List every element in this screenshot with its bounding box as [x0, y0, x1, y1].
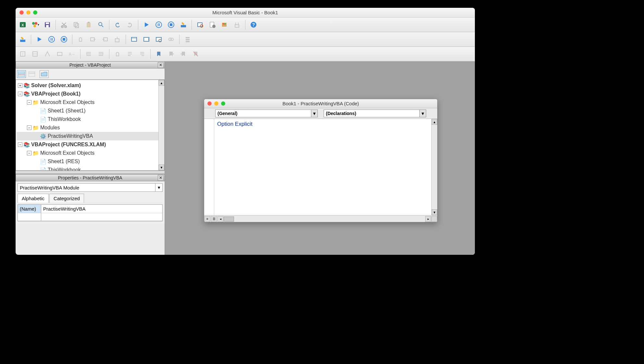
properties-object-combo[interactable]: PractiseWritingVBA Module ▾: [18, 183, 163, 192]
scroll-right-icon[interactable]: ▸: [425, 216, 431, 222]
quick-watch-icon[interactable]: [166, 34, 176, 45]
toggle-breakpoint-icon[interactable]: [112, 49, 123, 59]
chevron-down-icon[interactable]: ▾: [155, 184, 162, 191]
scroll-up-icon[interactable]: ▲: [432, 119, 437, 125]
pause2-icon[interactable]: [46, 34, 57, 45]
pause-icon[interactable]: [154, 20, 164, 30]
view-code-icon[interactable]: [17, 70, 26, 78]
scrollbar[interactable]: ▲ ▼: [431, 119, 437, 215]
maximize-window-icon[interactable]: [33, 10, 37, 15]
tree-item-solver[interactable]: Solver (Solver.xlam): [31, 83, 81, 88]
project-explorer-icon[interactable]: [195, 20, 205, 30]
find-icon[interactable]: [96, 20, 106, 30]
object-combo[interactable]: (General) ▾: [215, 110, 318, 117]
cut-icon[interactable]: [59, 20, 69, 30]
properties-window-icon[interactable]: [207, 20, 217, 30]
watch-window-icon[interactable]: [154, 34, 164, 45]
tree-item-book1[interactable]: VBAProject (Book1): [31, 91, 80, 97]
stop2-icon[interactable]: [59, 34, 69, 45]
excel-icon[interactable]: X: [18, 20, 28, 30]
full-module-view-icon[interactable]: ☰: [211, 216, 217, 222]
tree-item-excel-objects[interactable]: Microsoft Excel Objects: [40, 99, 94, 105]
toggle-folders-icon[interactable]: [40, 70, 49, 78]
quick-info-icon[interactable]: [42, 49, 53, 59]
list-constants-icon[interactable]: [30, 49, 40, 59]
design-mode-icon[interactable]: [178, 20, 189, 30]
chevron-down-icon[interactable]: ▾: [311, 110, 317, 117]
tree-item-sheet1res[interactable]: Sheet1 (RES): [48, 159, 80, 164]
property-value[interactable]: PractiseWritingVBA: [41, 205, 162, 213]
property-row[interactable]: (Name) PractiseWritingVBA: [18, 205, 162, 213]
copy-icon[interactable]: [71, 20, 81, 30]
uncomment-block-icon[interactable]: [137, 49, 147, 59]
redo-icon[interactable]: [125, 20, 135, 30]
step-out-icon[interactable]: [112, 34, 123, 45]
tree-item-excel-objects2[interactable]: Microsoft Excel Objects: [40, 150, 94, 156]
tree-item-thisworkbook2[interactable]: ThisWorkbook: [48, 167, 81, 171]
hscroll-thumb[interactable]: [224, 216, 234, 222]
tree-item-module1[interactable]: PractiseWritingVBA: [48, 133, 93, 139]
tree-item-funcres[interactable]: VBAProject (FUNCRES.XLAM): [31, 142, 106, 148]
save-icon[interactable]: [42, 20, 53, 30]
stop-icon[interactable]: [166, 20, 176, 30]
clear-bookmarks-icon[interactable]: [191, 49, 201, 59]
minimize-window-icon[interactable]: [26, 10, 31, 15]
tree-item-sheet1[interactable]: Sheet1 (Sheet1): [48, 108, 86, 114]
tree-item-thisworkbook[interactable]: ThisWorkbook: [48, 116, 81, 122]
close-window-icon[interactable]: [19, 10, 24, 15]
object-browser-icon[interactable]: [219, 20, 230, 30]
horizontal-splitter[interactable]: [16, 171, 165, 174]
step-over-icon[interactable]: [100, 34, 110, 45]
resize-grip[interactable]: [431, 216, 437, 222]
run2-icon[interactable]: [34, 34, 44, 45]
code-window-titlebar[interactable]: Book1 - PractiseWritingVBA (Code): [204, 99, 437, 108]
indent-icon[interactable]: [83, 49, 94, 59]
paste-icon[interactable]: [83, 20, 94, 30]
minimize-window-icon[interactable]: [214, 101, 218, 106]
call-stack-icon[interactable]: [182, 34, 193, 45]
list-props-icon[interactable]: [18, 49, 28, 59]
insert-module-icon[interactable]: ▾: [30, 20, 40, 30]
scroll-down-icon[interactable]: ▼: [159, 164, 164, 170]
breakpoint-hand-icon[interactable]: [75, 34, 86, 45]
immediate-window-icon[interactable]: !: [141, 34, 152, 45]
procedure-combo[interactable]: (Declarations) ▾: [324, 110, 426, 117]
outdent-icon[interactable]: [96, 49, 106, 59]
run-icon[interactable]: [141, 20, 152, 30]
scroll-down-icon[interactable]: ▼: [432, 209, 437, 215]
toolbox-icon[interactable]: [232, 20, 242, 30]
chevron-down-icon[interactable]: ▾: [419, 110, 426, 117]
close-window-icon[interactable]: [207, 101, 212, 106]
design-mode2-icon[interactable]: [18, 34, 28, 45]
collapse-icon[interactable]: −: [18, 92, 22, 96]
prev-bookmark-icon[interactable]: [178, 49, 189, 59]
tab-categorized[interactable]: Categorized: [49, 194, 84, 203]
collapse-icon[interactable]: −: [27, 100, 31, 105]
collapse-icon[interactable]: −: [27, 151, 31, 155]
maximize-window-icon[interactable]: [221, 101, 225, 106]
collapse-icon[interactable]: −: [27, 125, 31, 130]
scroll-left-icon[interactable]: ◂: [217, 216, 223, 222]
locals-window-icon[interactable]: [129, 34, 139, 45]
code-editor[interactable]: Option Explicit ▲ ▼: [204, 119, 437, 215]
comment-block-icon[interactable]: [125, 49, 135, 59]
step-into-icon[interactable]: [88, 34, 98, 45]
complete-word-icon[interactable]: A→: [67, 49, 77, 59]
undo-icon[interactable]: [112, 20, 123, 30]
tab-alphabetic[interactable]: Alphabetic: [18, 194, 49, 203]
procedure-view-icon[interactable]: ≡: [204, 216, 210, 222]
module-icon: ⚙️: [40, 133, 46, 139]
view-object-icon[interactable]: [27, 70, 36, 78]
help-icon[interactable]: ?: [248, 20, 259, 30]
close-icon[interactable]: ✕: [158, 175, 164, 181]
scrollbar[interactable]: ▲ ▼: [158, 80, 164, 170]
tree-item-modules[interactable]: Modules: [40, 125, 60, 131]
project-tree[interactable]: +📚Solver (Solver.xlam) −📚VBAProject (Boo…: [16, 80, 165, 171]
collapse-icon[interactable]: −: [18, 142, 22, 147]
close-icon[interactable]: ✕: [158, 62, 164, 68]
scroll-up-icon[interactable]: ▲: [159, 80, 164, 86]
next-bookmark-icon[interactable]: [166, 49, 176, 59]
toggle-bookmark-icon[interactable]: [154, 49, 164, 59]
expand-icon[interactable]: +: [18, 83, 22, 88]
parameter-info-icon[interactable]: [55, 49, 65, 59]
